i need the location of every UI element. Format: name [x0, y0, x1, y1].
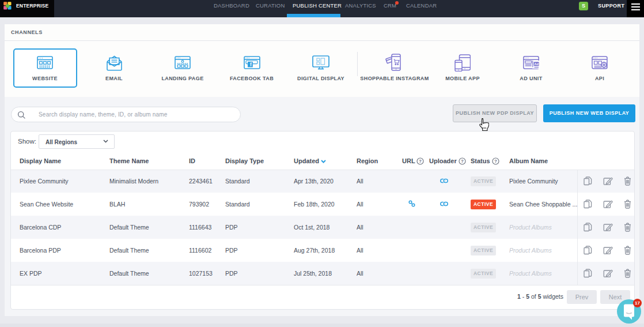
svg-text:f: f: [249, 62, 251, 67]
svg-text:Ad: Ad: [534, 62, 538, 66]
svg-text:?: ?: [494, 159, 497, 164]
svg-text:?: ?: [461, 159, 464, 164]
svg-text:?: ?: [419, 159, 422, 164]
